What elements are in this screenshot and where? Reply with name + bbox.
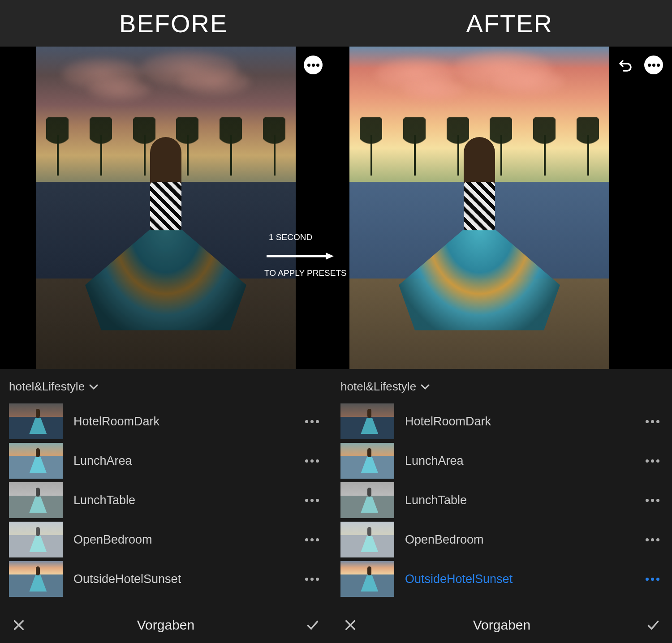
- more-options-button[interactable]: [644, 56, 663, 74]
- bottom-bar: Vorgaben: [0, 607, 332, 643]
- preset-thumbnail: [9, 561, 63, 597]
- preset-item[interactable]: OutsideHotelSunset: [0, 559, 332, 599]
- after-label: AFTER: [466, 9, 553, 38]
- arrow-icon: [267, 252, 334, 261]
- preset-name: LunchTable: [73, 493, 294, 507]
- preset-thumbnail: [9, 443, 63, 479]
- after-image-area: [332, 47, 672, 369]
- preset-more-icon[interactable]: [305, 538, 323, 541]
- preset-item[interactable]: LunchArea: [332, 441, 672, 480]
- confirm-button[interactable]: [647, 619, 659, 631]
- preset-thumbnail: [9, 482, 63, 518]
- preset-more-icon[interactable]: [646, 499, 663, 502]
- undo-button[interactable]: [616, 56, 633, 73]
- after-panel: hotel&Lifestyle HotelRoomDark LunchArea …: [332, 47, 672, 643]
- bottom-bar-title: Vorgaben: [137, 617, 194, 633]
- preset-item[interactable]: LunchTable: [332, 480, 672, 520]
- before-label: BEFORE: [119, 9, 228, 38]
- category-name: hotel&Lifestyle: [340, 380, 416, 394]
- preset-name: HotelRoomDark: [73, 415, 294, 429]
- comparison-header: BEFORE AFTER: [0, 0, 672, 47]
- preset-more-icon[interactable]: [646, 420, 663, 423]
- preset-name: OutsideHotelSunset: [405, 572, 635, 586]
- preset-thumbnail: [9, 522, 63, 557]
- preset-name: HotelRoomDark: [405, 415, 635, 429]
- before-photo[interactable]: [36, 47, 296, 369]
- preset-item[interactable]: LunchTable: [0, 480, 332, 520]
- preset-item[interactable]: OpenBedroom: [332, 520, 672, 559]
- confirm-button[interactable]: [306, 619, 319, 631]
- preset-item[interactable]: LunchArea: [0, 441, 332, 480]
- preset-more-icon[interactable]: [305, 499, 323, 502]
- category-dropdown[interactable]: hotel&Lifestyle: [332, 376, 672, 402]
- preset-item[interactable]: OpenBedroom: [0, 520, 332, 559]
- category-name: hotel&Lifestyle: [9, 380, 85, 394]
- overlay-text-line1: 1 SECOND: [269, 232, 312, 242]
- svg-marker-1: [326, 253, 334, 260]
- chevron-down-icon: [421, 384, 430, 390]
- preset-item[interactable]: HotelRoomDark: [332, 402, 672, 441]
- preset-name: LunchArea: [73, 454, 294, 468]
- preset-name: LunchArea: [405, 454, 635, 468]
- preset-name: OpenBedroom: [73, 533, 294, 547]
- preset-more-icon[interactable]: [305, 420, 323, 423]
- more-options-button[interactable]: [304, 56, 323, 74]
- preset-more-icon[interactable]: [305, 578, 323, 581]
- preset-item[interactable]: HotelRoomDark: [0, 402, 332, 441]
- after-photo[interactable]: [349, 47, 609, 369]
- preset-thumbnail: [340, 403, 394, 439]
- before-image-area: [0, 47, 332, 369]
- preset-thumbnail: [9, 403, 63, 439]
- overlay-text-line2: TO APPLY PRESETS: [264, 268, 347, 278]
- preset-thumbnail: [340, 522, 394, 557]
- cancel-button[interactable]: [13, 619, 25, 631]
- bottom-bar: Vorgaben: [332, 607, 672, 643]
- preset-more-icon[interactable]: [646, 538, 663, 541]
- preset-section: hotel&Lifestyle HotelRoomDark LunchArea …: [0, 369, 332, 607]
- preset-more-icon[interactable]: [646, 459, 663, 463]
- category-dropdown[interactable]: hotel&Lifestyle: [0, 376, 332, 402]
- cancel-button[interactable]: [344, 619, 357, 631]
- preset-name: OutsideHotelSunset: [73, 572, 294, 586]
- preset-name: LunchTable: [405, 493, 635, 507]
- preset-section: hotel&Lifestyle HotelRoomDark LunchArea …: [332, 369, 672, 607]
- preset-more-icon[interactable]: [305, 459, 323, 463]
- preset-thumbnail: [340, 561, 394, 597]
- main-content: 1 SECOND TO APPLY PRESETS hotel&Lifestyl…: [0, 47, 672, 643]
- preset-item[interactable]: OutsideHotelSunset: [332, 559, 672, 599]
- preset-more-icon[interactable]: [646, 578, 663, 581]
- bottom-bar-title: Vorgaben: [473, 617, 530, 633]
- preset-thumbnail: [340, 482, 394, 518]
- preset-name: OpenBedroom: [405, 533, 635, 547]
- preset-thumbnail: [340, 443, 394, 479]
- before-panel: 1 SECOND TO APPLY PRESETS hotel&Lifestyl…: [0, 47, 332, 643]
- chevron-down-icon: [89, 384, 98, 390]
